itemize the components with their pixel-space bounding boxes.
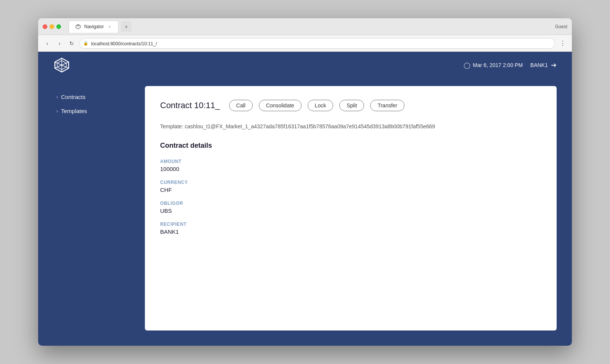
consolidate-button[interactable]: Consolidate — [259, 100, 302, 111]
tab-icon — [75, 24, 81, 30]
currency-field: CURRENCY CHF — [160, 180, 541, 193]
sidebar-contracts-label: Contracts — [61, 94, 85, 100]
username-text: BANK1 — [530, 62, 548, 68]
title-bar: Navigator × + Guest — [38, 18, 572, 35]
close-button[interactable] — [43, 24, 47, 29]
sidebar: › Contracts › Templates — [53, 86, 137, 330]
app-header: ◯ Mar 6, 2017 2:00 PM BANK1 ➔ — [38, 52, 572, 78]
split-button[interactable]: Split — [339, 100, 364, 111]
contract-header: Contract 10:11_ Call Consolidate Lock Sp… — [160, 100, 541, 111]
currency-label: CURRENCY — [160, 180, 541, 185]
logout-icon[interactable]: ➔ — [551, 61, 557, 69]
datetime-text: Mar 6, 2017 2:00 PM — [473, 62, 523, 68]
app-body: › Contracts › Templates Contract 10:11_ … — [38, 78, 572, 346]
chevron-right-icon-2: › — [56, 109, 58, 114]
amount-field: AMOUNT 100000 — [160, 159, 541, 172]
tab-close-button[interactable]: × — [107, 24, 112, 29]
traffic-lights — [43, 24, 61, 29]
minimize-button[interactable] — [50, 24, 54, 29]
amount-value: 100000 — [160, 166, 541, 172]
reload-button[interactable]: ↻ — [67, 39, 76, 48]
contract-details: Contract details AMOUNT 100000 CURRENCY … — [160, 142, 541, 235]
app-logo — [53, 57, 70, 73]
address-input[interactable]: localhost:8000/contracts/10:11_/ — [79, 38, 555, 49]
sidebar-item-contracts[interactable]: › Contracts — [53, 90, 137, 104]
tab-area: Navigator × + — [69, 21, 552, 33]
template-line: Template: cashlou_t1@FX_Market_1_a4327ad… — [160, 123, 541, 129]
guest-label: Guest — [555, 24, 567, 29]
lock-icon: 🔒 — [83, 41, 88, 46]
call-button[interactable]: Call — [229, 100, 253, 111]
contract-title: Contract 10:11_ — [160, 101, 220, 110]
sidebar-item-templates[interactable]: › Templates — [53, 104, 137, 118]
clock-icon: ◯ — [464, 62, 470, 69]
obligor-label: OBLIGOR — [160, 201, 541, 206]
active-tab[interactable]: Navigator × — [69, 21, 119, 33]
logo-icon — [53, 57, 70, 73]
tab-label: Navigator — [84, 24, 104, 29]
main-content: Contract 10:11_ Call Consolidate Lock Sp… — [145, 86, 557, 330]
currency-value: CHF — [160, 187, 541, 193]
sidebar-templates-label: Templates — [61, 108, 87, 114]
header-right: ◯ Mar 6, 2017 2:00 PM BANK1 ➔ — [464, 61, 557, 69]
address-bar: ‹ › ↻ 🔒 localhost:8000/contracts/10:11_/… — [38, 35, 572, 52]
address-field-wrap: 🔒 localhost:8000/contracts/10:11_/ — [79, 38, 555, 49]
obligor-field: OBLIGOR UBS — [160, 201, 541, 214]
transfer-button[interactable]: Transfer — [370, 100, 405, 111]
recipient-field: RECIPIENT BANK1 — [160, 222, 541, 235]
browser-window: Navigator × + Guest ‹ › ↻ 🔒 localhost:80… — [38, 18, 572, 346]
maximize-button[interactable] — [56, 24, 61, 29]
amount-label: AMOUNT — [160, 159, 541, 164]
lock-button[interactable]: Lock — [308, 100, 334, 111]
recipient-label: RECIPIENT — [160, 222, 541, 227]
back-button[interactable]: ‹ — [43, 39, 52, 48]
browser-menu-button[interactable]: ⋮ — [558, 39, 567, 48]
forward-button[interactable]: › — [55, 39, 64, 48]
app-container: ◯ Mar 6, 2017 2:00 PM BANK1 ➔ › Contract… — [38, 52, 572, 346]
chevron-right-icon: › — [56, 94, 58, 100]
recipient-value: BANK1 — [160, 228, 541, 235]
obligor-value: UBS — [160, 208, 541, 214]
contract-details-title: Contract details — [160, 142, 541, 150]
new-tab-button[interactable]: + — [121, 21, 132, 32]
header-datetime: ◯ Mar 6, 2017 2:00 PM — [464, 62, 523, 69]
header-user: BANK1 ➔ — [530, 61, 557, 69]
